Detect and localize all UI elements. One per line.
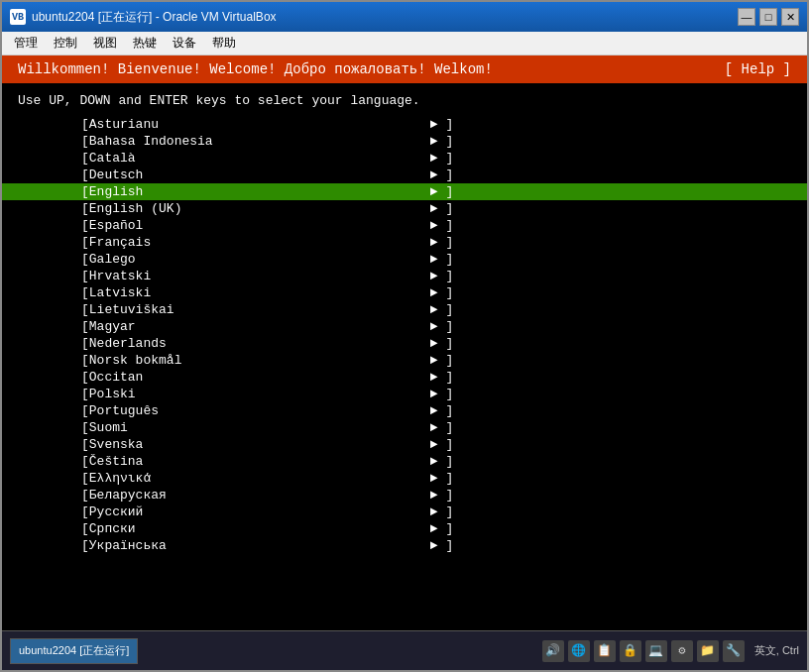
- lang-arrow: ► ]: [430, 269, 453, 283]
- lang-name: Русский: [89, 504, 426, 519]
- lang-bracket-open: [: [81, 319, 89, 334]
- lang-arrow: ► ]: [430, 387, 453, 401]
- lang-arrow: ► ]: [430, 454, 453, 469]
- lang-bracket-open: [: [81, 285, 89, 300]
- lang-bracket-open: [: [81, 336, 89, 351]
- lang-item-0[interactable]: [ Asturianu► ]: [2, 116, 807, 133]
- lang-bracket-open: [: [81, 201, 89, 216]
- lang-arrow: ► ]: [430, 117, 453, 132]
- taskbar-icon-8: 🔧: [723, 640, 745, 662]
- lang-name: Bahasa Indonesia: [89, 134, 426, 149]
- lang-bracket-open: [: [81, 504, 89, 519]
- taskbar-time: 英文, Ctrl: [754, 643, 799, 658]
- lang-name: Deutsch: [89, 168, 426, 182]
- lang-arrow: ► ]: [430, 488, 453, 503]
- lang-arrow: ► ]: [430, 184, 453, 199]
- lang-item-9[interactable]: [ Hrvatski► ]: [2, 268, 807, 284]
- virtualbox-window: VB ubuntu2204 [正在运行] - Oracle VM Virtual…: [0, 0, 809, 672]
- lang-name: Português: [89, 403, 426, 418]
- titlebar: VB ubuntu2204 [正在运行] - Oracle VM Virtual…: [2, 2, 807, 32]
- lang-item-21[interactable]: [ Ελληνικά► ]: [2, 470, 807, 487]
- lang-item-24[interactable]: [ Српски► ]: [2, 520, 807, 537]
- lang-arrow: ► ]: [430, 168, 453, 182]
- vm-screen[interactable]: Willkommen! Bienvenue! Welcome! Добро по…: [2, 56, 807, 630]
- lang-arrow: ► ]: [430, 201, 453, 216]
- lang-arrow: ► ]: [430, 302, 453, 317]
- lang-name: Беларуская: [89, 488, 426, 503]
- lang-name: Español: [89, 218, 426, 233]
- lang-arrow: ► ]: [430, 319, 453, 334]
- lang-bracket-open: [: [81, 252, 89, 267]
- lang-item-17[interactable]: [ Português► ]: [2, 402, 807, 419]
- lang-bracket-open: [: [81, 353, 89, 368]
- lang-bracket-open: [: [81, 184, 89, 199]
- lang-name: Occitan: [89, 370, 426, 385]
- lang-arrow: ► ]: [430, 252, 453, 267]
- lang-name: Magyar: [89, 319, 426, 334]
- maximize-button[interactable]: □: [759, 8, 777, 26]
- lang-item-8[interactable]: [ Galego► ]: [2, 251, 807, 268]
- lang-item-25[interactable]: [ Українська► ]: [2, 537, 807, 554]
- vb-icon: VB: [10, 9, 26, 25]
- lang-item-7[interactable]: [ Français► ]: [2, 234, 807, 251]
- lang-item-23[interactable]: [ Русский► ]: [2, 504, 807, 520]
- lang-arrow: ► ]: [430, 134, 453, 149]
- taskbar-app-button[interactable]: ubuntu2204 [正在运行]: [10, 638, 138, 664]
- lang-item-1[interactable]: [ Bahasa Indonesia► ]: [2, 133, 807, 150]
- lang-item-15[interactable]: [ Occitan► ]: [2, 369, 807, 386]
- lang-bracket-open: [: [81, 117, 89, 132]
- language-list[interactable]: [ Asturianu► ][ Bahasa Indonesia► ][ Cat…: [2, 116, 807, 630]
- lang-arrow: ► ]: [430, 403, 453, 418]
- lang-bracket-open: [: [81, 471, 89, 486]
- lang-item-10[interactable]: [ Latviski► ]: [2, 284, 807, 301]
- menu-item-设备[interactable]: 设备: [165, 33, 204, 54]
- lang-name: Polski: [89, 387, 426, 401]
- minimize-button[interactable]: —: [738, 8, 755, 26]
- lang-item-14[interactable]: [ Norsk bokmål► ]: [2, 352, 807, 369]
- taskbar-icon-4: 🔒: [620, 640, 641, 662]
- lang-item-12[interactable]: [ Magyar► ]: [2, 318, 807, 335]
- lang-bracket-open: [: [81, 387, 89, 401]
- lang-name: Nederlands: [89, 336, 426, 351]
- lang-item-2[interactable]: [ Català► ]: [2, 150, 807, 167]
- lang-arrow: ► ]: [430, 336, 453, 351]
- taskbar-icon-5: 💻: [645, 640, 667, 662]
- lang-item-16[interactable]: [ Polski► ]: [2, 386, 807, 402]
- menu-item-视图[interactable]: 视图: [85, 33, 125, 54]
- lang-name: Lietuviškai: [89, 302, 426, 317]
- lang-bracket-open: [: [81, 437, 89, 452]
- lang-arrow: ► ]: [430, 420, 453, 435]
- lang-bracket-open: [: [81, 134, 89, 149]
- lang-item-4[interactable]: [ English► ]: [2, 183, 807, 200]
- lang-item-20[interactable]: [ Čeština► ]: [2, 453, 807, 470]
- lang-bracket-open: [: [81, 420, 89, 435]
- instruction-text: Use UP, DOWN and ENTER keys to select yo…: [2, 83, 807, 116]
- lang-name: Српски: [89, 521, 426, 536]
- lang-bracket-open: [: [81, 370, 89, 385]
- lang-item-5[interactable]: [ English (UK)► ]: [2, 200, 807, 217]
- close-button[interactable]: ✕: [781, 8, 799, 26]
- menu-item-热键[interactable]: 热键: [125, 33, 165, 54]
- lang-item-3[interactable]: [ Deutsch► ]: [2, 167, 807, 183]
- lang-name: Svenska: [89, 437, 426, 452]
- lang-item-19[interactable]: [ Svenska► ]: [2, 436, 807, 453]
- lang-bracket-open: [: [81, 269, 89, 283]
- taskbar-app-label: ubuntu2204 [正在运行]: [19, 643, 129, 658]
- menu-item-控制[interactable]: 控制: [46, 33, 85, 54]
- lang-item-22[interactable]: [ Беларуская► ]: [2, 487, 807, 504]
- help-button[interactable]: [ Help ]: [725, 61, 791, 77]
- lang-arrow: ► ]: [430, 521, 453, 536]
- lang-item-18[interactable]: [ Suomi► ]: [2, 419, 807, 436]
- lang-bracket-open: [: [81, 488, 89, 503]
- lang-item-6[interactable]: [ Español► ]: [2, 217, 807, 234]
- menu-item-管理[interactable]: 管理: [6, 33, 46, 54]
- lang-name: Українська: [89, 538, 426, 553]
- lang-name: Čeština: [89, 454, 426, 469]
- lang-item-13[interactable]: [ Nederlands► ]: [2, 335, 807, 352]
- welcome-banner: Willkommen! Bienvenue! Welcome! Добро по…: [2, 56, 807, 83]
- lang-name: Suomi: [89, 420, 426, 435]
- lang-bracket-open: [: [81, 168, 89, 182]
- lang-item-11[interactable]: [ Lietuviškai► ]: [2, 301, 807, 318]
- lang-name: Ελληνικά: [89, 471, 426, 486]
- menu-item-帮助[interactable]: 帮助: [204, 33, 244, 54]
